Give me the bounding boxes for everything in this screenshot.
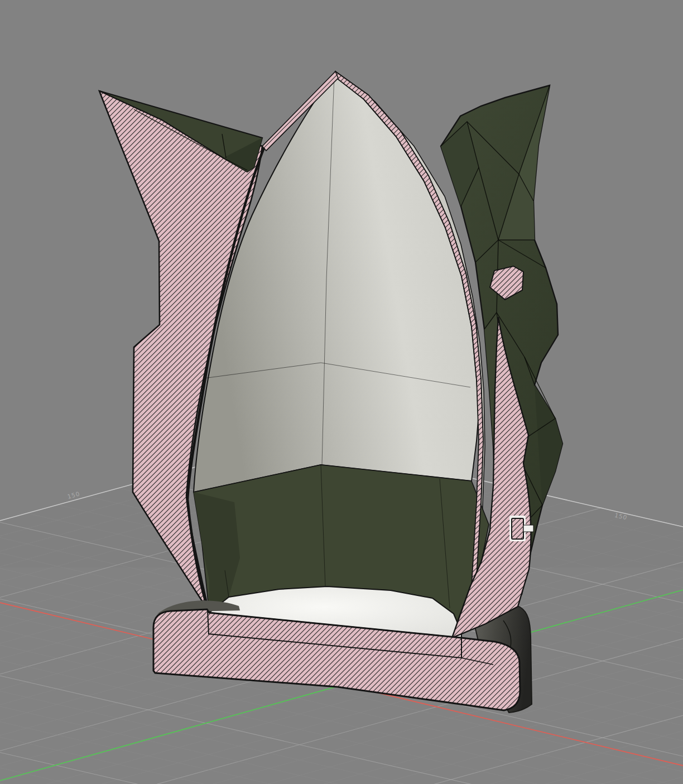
magnet-slot-section[interactable] xyxy=(512,518,523,539)
grid-line xyxy=(0,715,683,784)
grid-scale-label-right: 150 xyxy=(614,512,628,521)
cad-scene[interactable]: 150 150 xyxy=(0,0,683,784)
grid-scale-label-left: 150 xyxy=(66,490,80,500)
grid-line xyxy=(0,762,683,784)
model-tulip-section[interactable] xyxy=(99,71,562,713)
viewport-canvas[interactable]: 150 150 xyxy=(0,0,683,784)
grid-line xyxy=(0,700,683,784)
slot-notch xyxy=(523,525,533,532)
grid-line xyxy=(0,737,683,784)
grid-line xyxy=(0,777,683,784)
